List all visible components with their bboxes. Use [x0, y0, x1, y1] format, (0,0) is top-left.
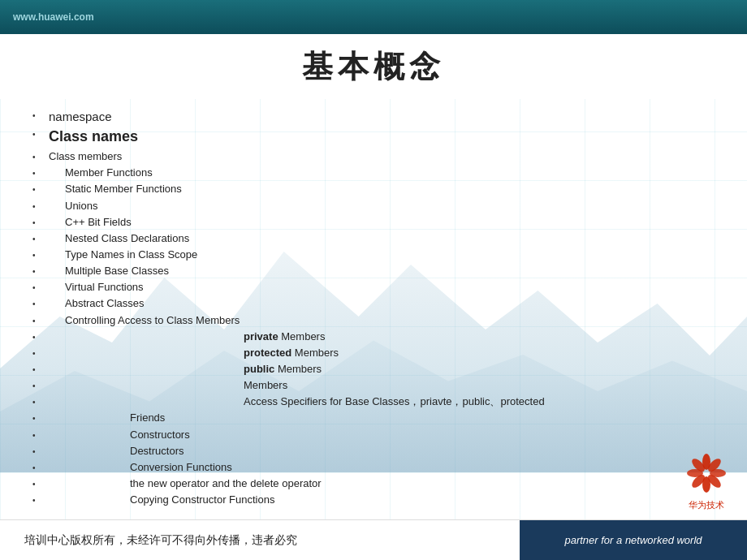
bullet-dot: •	[32, 315, 49, 328]
list-item-controlling: • Controlling Access to Class Members	[32, 312, 715, 329]
bullet-dot: •	[32, 364, 49, 377]
list-item-cppbitfields: • C++ Bit Fields	[32, 214, 715, 230]
item-classmembers: Class members	[49, 149, 715, 165]
page-title: 基本概念	[302, 46, 445, 88]
list-item-abstractclasses: • Abstract Classes	[32, 295, 715, 312]
item-privatemembers: private Members	[49, 329, 715, 345]
bullet-dot: •	[32, 233, 49, 246]
item-abstractclasses: Abstract Classes	[49, 295, 715, 312]
members-label2: Members	[295, 347, 339, 359]
item-staticmember: Static Member Functions	[49, 181, 715, 197]
bullet-dot: •	[32, 167, 49, 180]
bullet-dot: •	[32, 429, 49, 442]
item-controlling: Controlling Access to Class Members	[49, 312, 715, 329]
item-virtualfunctions: Virtual Functions	[49, 279, 715, 295]
list-item-namespace: • namespace	[32, 107, 715, 126]
footer-copyright: 培训中心版权所有，未经许可不得向外传播，违者必究	[0, 533, 520, 548]
logo-area: 华为技术	[682, 449, 731, 511]
footer-slogan-area: partner for a networked world	[520, 520, 747, 561]
list-item-protectedmembers: • protected Members	[32, 345, 715, 361]
item-multiplebase: Multiple Base Classes	[49, 263, 715, 279]
item-memberfunctions: Member Functions	[49, 165, 715, 181]
bullet-dot: •	[32, 151, 49, 164]
bullet-dot: •	[32, 128, 49, 141]
list-item-classmembers: • Class members	[32, 149, 715, 165]
item-interface: Copying Constructor Functions	[49, 492, 715, 508]
bullet-dot: •	[32, 494, 49, 507]
members-label: Members	[281, 330, 325, 342]
list-item-privatemembers: • private Members	[32, 329, 715, 345]
item-destructors: Constructors	[49, 427, 715, 443]
bullet-list: • namespace • Class names • Class member…	[32, 107, 715, 508]
title-area: 基本概念	[0, 34, 747, 99]
bullet-dot: •	[32, 183, 49, 196]
list-item-friends: • Access Specifiers for Base Classes，pri…	[32, 394, 715, 410]
item-constructors: Friends	[49, 410, 715, 426]
item-namespace: namespace	[49, 107, 715, 126]
item-copying: the new operator and the delete operator	[49, 476, 715, 492]
bullet-dot: •	[32, 412, 49, 425]
bullet-dot: •	[32, 200, 49, 213]
item-publicmembers: public Members	[49, 361, 715, 377]
bullet-dot: •	[32, 110, 49, 123]
huawei-logo-icon	[682, 449, 731, 498]
item-classnames: Class names	[49, 126, 715, 149]
item-protectedmembers: protected Members	[49, 345, 715, 361]
item-friends: Access Specifiers for Base Classes，priav…	[49, 394, 715, 410]
list-item-unions: • Unions	[32, 198, 715, 214]
bullet-dot: •	[32, 396, 49, 409]
list-item-publicmembers: • public Members	[32, 361, 715, 377]
list-item-accessspecifiers: • Members	[32, 377, 715, 394]
list-item-newdelete: • Conversion Functions	[32, 459, 715, 476]
list-item-destructors: • Constructors	[32, 427, 715, 443]
bullet-dot: •	[32, 249, 49, 262]
bullet-dot: •	[32, 217, 49, 230]
content-area: • namespace • Class names • Class member…	[0, 99, 747, 497]
bullet-dot: •	[32, 478, 49, 491]
list-item-virtualfunctions: • Virtual Functions	[32, 279, 715, 295]
list-item-memberfunctions: • Member Functions	[32, 165, 715, 181]
list-item-nestedclass: • Nested Class Declarations	[32, 230, 715, 247]
footer-slogan: partner for a networked world	[564, 534, 702, 546]
list-item-classnames: • Class names	[32, 126, 715, 149]
bullet-dot: •	[32, 462, 49, 475]
bullet-dot: •	[32, 380, 49, 393]
private-label: private	[244, 330, 279, 342]
bullet-dot: •	[32, 265, 49, 278]
header-bar: www.huawei.com	[0, 0, 747, 34]
item-accessspecifiers: Members	[49, 377, 715, 394]
list-item-typenames: • Type Names in Class Scope	[32, 247, 715, 263]
item-typenames: Type Names in Class Scope	[49, 247, 715, 263]
bullet-dot: •	[32, 446, 49, 459]
list-item-staticmember: • Static Member Functions	[32, 181, 715, 197]
list-item-interface: • Copying Constructor Functions	[32, 492, 715, 508]
logo-text: 华为技术	[689, 499, 724, 511]
bullet-dot: •	[32, 347, 49, 360]
list-item-copying: • the new operator and the delete operat…	[32, 476, 715, 492]
public-label: public	[244, 363, 274, 375]
item-unions: Unions	[49, 198, 715, 214]
bullet-dot: •	[32, 282, 49, 295]
header-url: www.huawei.com	[13, 11, 94, 23]
item-cppbitfields: C++ Bit Fields	[49, 214, 715, 230]
list-item-multiplebase: • Multiple Base Classes	[32, 263, 715, 279]
item-newdelete: Conversion Functions	[49, 459, 715, 476]
members-label3: Members	[278, 363, 322, 375]
list-item-constructors: • Friends	[32, 410, 715, 426]
list-item-conversionfunctions: • Destructors	[32, 443, 715, 459]
footer: 培训中心版权所有，未经许可不得向外传播，违者必究 partner for a n…	[0, 519, 747, 560]
bullet-dot: •	[32, 298, 49, 311]
protected-label: protected	[244, 347, 291, 359]
bullet-dot: •	[32, 331, 49, 344]
item-conversionfunctions: Destructors	[49, 443, 715, 459]
item-nestedclass: Nested Class Declarations	[49, 230, 715, 247]
